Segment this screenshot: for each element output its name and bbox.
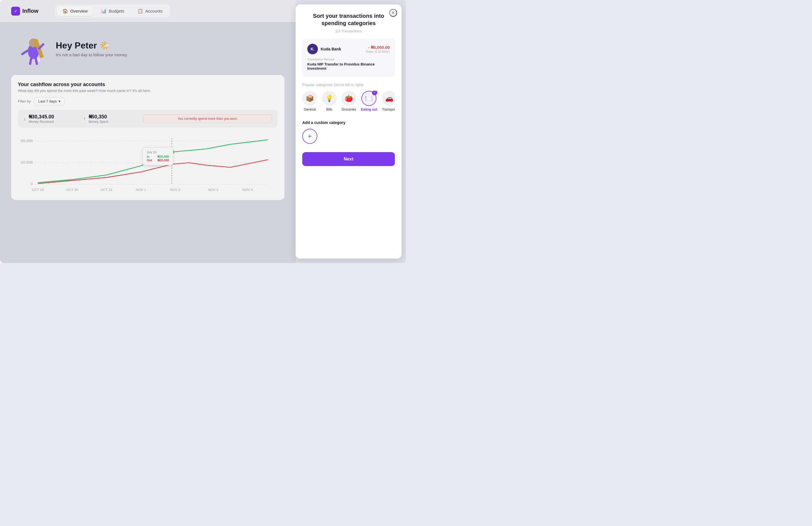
groceries-label: Groceries: [342, 107, 356, 111]
tab-accounts-label: Accounts: [145, 9, 162, 13]
hero-text: Hey Peter 🌤️ It's not a bad day to follo…: [56, 40, 128, 57]
top-nav: ✓ Inflow 🏠 Overview 📊 Budgets 📋 Accounts: [0, 0, 295, 22]
tooltip-in-value: ₦20,000: [158, 155, 169, 159]
category-bills[interactable]: 💡 Bills: [322, 91, 337, 111]
amount-value: - ₦5,000.00: [365, 45, 390, 50]
general-label: General: [304, 107, 316, 111]
filter-row: Filter by Last 7 days ▾: [18, 97, 278, 105]
money-received-stat: ↓ ₦30,345.00 Money Received: [24, 114, 83, 124]
tab-budgets[interactable]: 📊 Budgets: [96, 6, 130, 16]
svg-line-6: [30, 58, 31, 64]
category-eating-out[interactable]: 🍽️ ✓ Eating out: [361, 91, 377, 111]
budgets-icon: 📊: [101, 9, 106, 14]
eating-out-emoji: 🍽️ ✓: [361, 91, 376, 106]
svg-text:OCT 29: OCT 29: [32, 188, 44, 191]
svg-line-5: [39, 44, 43, 48]
svg-text:0: 0: [31, 182, 33, 186]
transaction-top: K. Kuda Bank - ₦5,000.00 Today at 10:50a…: [307, 44, 390, 54]
category-transport[interactable]: 🚗 Transport: [382, 91, 395, 111]
bank-logo: K.: [307, 44, 318, 54]
tooltip-in-row: In ₦20,000: [147, 155, 169, 159]
bills-emoji: 💡: [322, 91, 337, 106]
hero-section: Hey Peter 🌤️ It's not a bad day to follo…: [0, 22, 295, 75]
money-received-value: ₦30,345.00: [29, 114, 54, 120]
hero-illustration: [17, 30, 50, 66]
modal-progress: 1/3 Transactions: [302, 29, 395, 33]
money-received-label: Money Received: [29, 120, 54, 124]
stats-row: ↓ ₦30,345.00 Money Received ↑ ₦50,350 Mo…: [18, 110, 278, 127]
tooltip-in-label: In: [147, 155, 149, 159]
cashflow-subtitle: What day did you spend the most this pas…: [18, 89, 278, 93]
close-icon: ✕: [392, 11, 395, 15]
logo-icon: ✓: [11, 7, 20, 16]
money-spent-stat: ↑ ₦50,350 Money Spent: [83, 114, 143, 124]
transaction-description: Kuda NIP Transfer to Providus Binance In…: [307, 62, 390, 71]
add-icon: +: [308, 132, 312, 140]
filter-select[interactable]: Last 7 days ▾: [34, 97, 65, 105]
categories-scroll-hint: (Scroll left or right): [334, 83, 363, 87]
tooltip-out-value: ₦20,000: [158, 159, 169, 162]
tab-accounts[interactable]: 📋 Accounts: [132, 6, 168, 16]
modal-title: Sort your transactions into spending cat…: [302, 12, 395, 27]
app-container: ✓ Inflow 🏠 Overview 📊 Budgets 📋 Accounts: [0, 0, 406, 263]
overview-icon: 🏠: [62, 9, 68, 14]
svg-text:NOV 3: NOV 3: [208, 188, 218, 191]
received-arrow-icon: ↓: [24, 116, 26, 122]
general-emoji: 📦: [302, 91, 317, 106]
svg-text:NOV 2: NOV 2: [170, 188, 180, 191]
bills-label: Bills: [326, 107, 332, 111]
transport-emoji: 🚗: [382, 91, 395, 106]
tab-budgets-label: Budgets: [109, 9, 124, 13]
tab-overview-label: Overview: [70, 9, 88, 13]
transaction-amount: - ₦5,000.00 Today at 10:50am: [365, 45, 390, 53]
bank-name: Kuda Bank: [321, 47, 341, 51]
active-check-icon: ✓: [372, 91, 377, 95]
greeting-text: Hey Peter 🌤️: [56, 40, 128, 51]
categories-header-text: Popular categories: [302, 83, 332, 87]
category-groceries[interactable]: 🍅 Groceries: [341, 91, 357, 111]
cashflow-section: Your cashflow across your accounts What …: [11, 75, 285, 200]
svg-text:OCT 30: OCT 30: [66, 188, 78, 191]
filter-value: Last 7 days: [38, 99, 57, 103]
spent-arrow-icon: ↑: [83, 116, 86, 122]
eating-out-label: Eating out: [361, 107, 377, 111]
amount-time: Today at 10:50am: [365, 50, 390, 53]
transaction-card: K. Kuda Bank - ₦5,000.00 Today at 10:50a…: [302, 39, 395, 75]
filter-label: Filter by: [18, 99, 31, 103]
tab-overview[interactable]: 🏠 Overview: [57, 6, 93, 16]
svg-line-7: [36, 58, 37, 64]
money-spent-label: Money Spent: [89, 120, 108, 124]
categories-header: Popular categories (Scroll left or right…: [302, 82, 395, 87]
bank-info: K. Kuda Bank: [307, 44, 341, 54]
category-general[interactable]: 📦 General: [302, 91, 317, 111]
accounts-icon: 📋: [137, 9, 143, 14]
modal-close-button[interactable]: ✕: [389, 9, 397, 17]
next-button[interactable]: Next: [302, 152, 395, 166]
warning-message: You currently spend more than you earn.: [143, 114, 272, 123]
svg-text:NOV 4: NOV 4: [242, 188, 252, 191]
cashflow-title: Your cashflow across your accounts: [18, 81, 278, 88]
transaction-remark-label: Transaction Remark: [307, 58, 390, 61]
categories-scroll: 📦 General 💡 Bills 🍅 Groceries 🍽️ ✓ Eatin…: [302, 91, 395, 114]
chart-tooltip: July 15 In ₦20,000 Out ₦20,000: [143, 147, 173, 165]
svg-text:NOV 1: NOV 1: [136, 188, 146, 191]
svg-line-4: [22, 50, 28, 54]
transport-label: Transport: [382, 107, 395, 111]
modal-panel: ✕ Sort your transactions into spending c…: [295, 4, 402, 258]
tooltip-out-label: Out: [147, 159, 152, 162]
add-custom-category-button[interactable]: +: [302, 129, 317, 144]
subtitle-text: It's not a bad day to follow your money.: [56, 52, 128, 57]
tooltip-out-row: Out ₦20,000: [147, 159, 169, 162]
svg-text:₦10,000: ₦10,000: [20, 161, 33, 164]
nav-tabs: 🏠 Overview 📊 Budgets 📋 Accounts: [55, 4, 170, 17]
custom-category-header: Add a custom category: [302, 120, 395, 125]
cashflow-header: Your cashflow across your accounts What …: [18, 81, 278, 93]
main-panel: ✓ Inflow 🏠 Overview 📊 Budgets 📋 Accounts: [0, 0, 295, 263]
logo-text: Inflow: [22, 8, 39, 14]
tooltip-date: July 15: [147, 150, 169, 154]
logo: ✓ Inflow: [11, 7, 39, 16]
chevron-down-icon: ▾: [59, 99, 60, 103]
svg-text:₦20,000: ₦20,000: [20, 139, 33, 143]
svg-text:OCT 31: OCT 31: [101, 188, 113, 191]
chart-area: ₦20,000 ₦10,000 0 OCT 29 OCT 30 OCT 31: [18, 132, 278, 193]
